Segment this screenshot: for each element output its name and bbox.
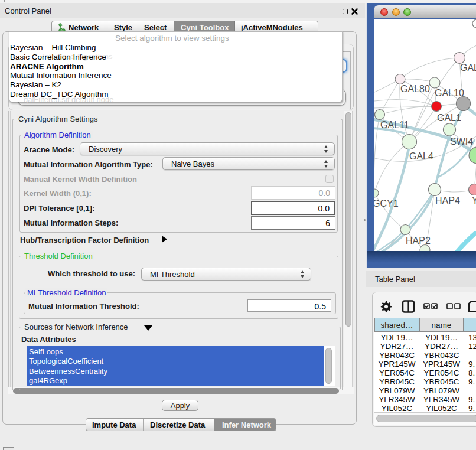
svg-text:GCY1: GCY1	[374, 198, 399, 208]
svg-text:HAP4: HAP4	[435, 195, 460, 206]
svg-text:GAL4: GAL4	[409, 151, 433, 161]
svg-text:GAL1: GAL1	[437, 113, 461, 123]
svg-text:SWI4: SWI4	[450, 136, 473, 146]
svg-text:GAL10: GAL10	[435, 88, 464, 98]
svg-text:GAL7: GAL7	[460, 63, 476, 73]
svg-text:GAL80: GAL80	[400, 84, 430, 94]
svg-text:HAP2: HAP2	[406, 236, 431, 246]
svg-text:GAL11: GAL11	[380, 120, 409, 130]
svg-text:YJ: YJ	[472, 195, 476, 206]
